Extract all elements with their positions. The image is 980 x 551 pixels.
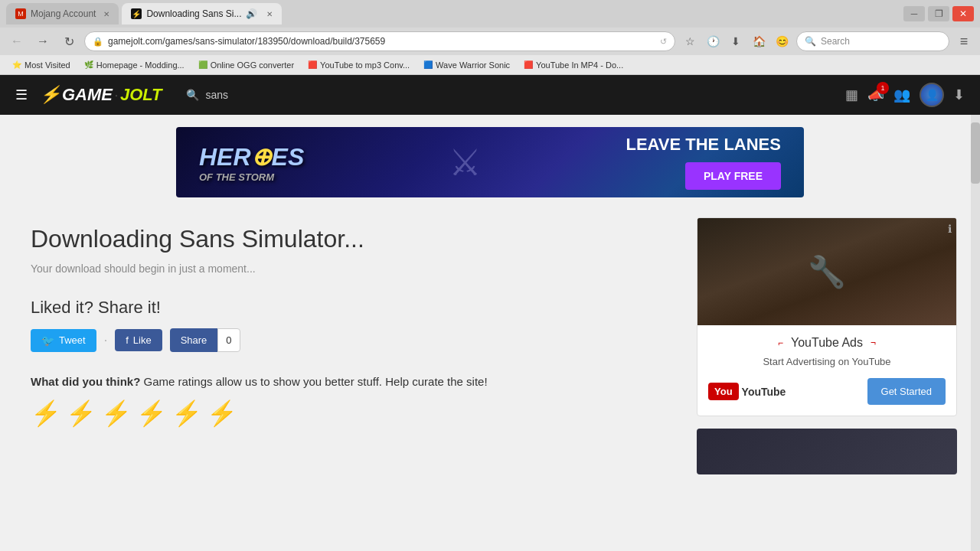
bookmark-label-2: Online OGG converter [211, 60, 294, 70]
bookmark-ogg[interactable]: 🟩 Online OGG converter [192, 59, 300, 71]
bookmark-icon-1: 🌿 [84, 60, 93, 69]
scrollbar-track[interactable] [971, 115, 980, 551]
star-3[interactable]: ⚡ [101, 399, 132, 428]
tab-gamejolt[interactable]: ⚡ Downloading Sans Si... 🔊 ✕ [122, 3, 282, 24]
back-button[interactable]: ← [6, 31, 28, 52]
bookmark-label-3: YouTube to mp3 Conv... [320, 60, 410, 70]
content-area: HER⊕ES OF THE STORM ⚔ LEAVE THE LANES PL… [0, 115, 980, 482]
bookmark-icon-3: 🟥 [308, 60, 317, 69]
download-subtitle: Your download should begin in just a mom… [31, 262, 674, 275]
get-started-button[interactable]: Get Started [867, 378, 946, 405]
star-2[interactable]: ⚡ [66, 399, 96, 428]
bookmark-icon-5: 🟥 [524, 60, 533, 69]
audio-icon: 🔊 [246, 8, 257, 19]
star-5[interactable]: ⚡ [172, 399, 202, 428]
ad-title: HER⊕ES OF THE STORM [199, 142, 304, 183]
hamburger-menu[interactable]: ☰ [15, 86, 28, 103]
tab-mojang-label: Mojang Account [31, 8, 96, 19]
main-content-area: Downloading Sans Simulator... Your downl… [0, 210, 980, 482]
restore-button[interactable]: ❐ [928, 6, 949, 21]
gj-search[interactable]: 🔍 sans [186, 89, 228, 101]
menu-button[interactable]: ≡ [954, 31, 974, 51]
bookmark-yt-mp3[interactable]: 🟥 YouTube to mp3 Conv... [302, 59, 416, 71]
url-text: gamejolt.com/games/sans-simulator/183950… [108, 36, 385, 47]
left-content: Downloading Sans Simulator... Your downl… [23, 210, 681, 482]
bookmark-icon-4: 🟦 [423, 60, 433, 69]
yt-logo-box: You [708, 383, 739, 400]
bookmark-homepage[interactable]: 🌿 Homepage - Modding... [78, 59, 191, 71]
browser-frame: M Mojang Account ✕ ⚡ Downloading Sans Si… [0, 0, 980, 75]
gj-nav: ☰ ⚡ GAME · JOLT 🔍 sans ▦ 📣 1 👥 👤 ⬇ [0, 75, 980, 115]
refresh-button[interactable]: ↻ [58, 31, 80, 52]
ad-left: HER⊕ES OF THE STORM [199, 142, 304, 183]
charts-icon[interactable]: ▦ [845, 86, 858, 103]
ad-characters: ⚔ [350, 129, 580, 196]
corner-tr: ¬ [871, 337, 876, 348]
yt-ads-title: ⌐ YouTube Ads ¬ [708, 336, 946, 350]
star-button[interactable]: ☆ [680, 31, 700, 51]
ad-image-placeholder: 🔧 [808, 254, 846, 290]
twitter-icon: 🐦 [41, 334, 54, 347]
download-status-button[interactable]: ⬇ [726, 31, 746, 51]
tab-mojang[interactable]: M Mojang Account ✕ [6, 3, 119, 24]
liked-title: Liked it? Share it! [31, 298, 674, 318]
gj-bolt-icon: ⚡ [40, 85, 60, 105]
ad-heroes-text: HER⊕ES [199, 142, 304, 171]
star-4[interactable]: ⚡ [136, 399, 167, 428]
youtube-ad: 🔧 ℹ ⌐ YouTube Ads ¬ Start Advertising on… [697, 217, 957, 416]
search-icon: 🔍 [805, 36, 816, 47]
url-bar[interactable]: 🔒 gamejolt.com/games/sans-simulator/1839… [84, 31, 675, 51]
notifications-icon[interactable]: 📣 1 [867, 86, 884, 103]
rating-label-rest: Game ratings allow us to show you better… [140, 375, 487, 388]
bookmark-icon-0: ⭐ [12, 60, 21, 69]
mojang-favicon: M [15, 8, 26, 19]
right-content: 🔧 ℹ ⌐ YouTube Ads ¬ Start Advertising on… [697, 210, 957, 482]
bookmark-label-0: Most Visited [24, 60, 70, 70]
gj-logo-game: GAME [62, 85, 113, 105]
scrollbar-thumb[interactable] [971, 122, 980, 184]
bookmark-icon-2: 🟩 [198, 60, 207, 69]
bookmarks-bar: ⭐ Most Visited 🌿 Homepage - Modding... 🟩… [0, 55, 980, 75]
forward-button[interactable]: → [32, 31, 54, 52]
gj-logo: ⚡ GAME · JOLT [40, 85, 162, 105]
tab-mojang-close[interactable]: ✕ [103, 10, 109, 18]
yt-ads-label: YouTube Ads [791, 336, 863, 350]
tab-gamejolt-close[interactable]: ✕ [266, 10, 273, 18]
search-placeholder: Search [821, 36, 850, 47]
reload-icon: ↺ [660, 37, 667, 47]
close-button[interactable]: ✕ [952, 6, 974, 21]
home-button[interactable]: 🏠 [749, 31, 769, 51]
rating-label-bold: What did you think? [31, 375, 140, 388]
ad-cta-button[interactable]: PLAY FREE [685, 162, 781, 190]
star-6[interactable]: ⚡ [207, 399, 237, 428]
bookmark-most-visited[interactable]: ⭐ Most Visited [6, 59, 77, 71]
gj-logo-jolt: JOLT [120, 85, 162, 105]
bookmark-yt-mp4[interactable]: 🟥 YouTube In MP4 - Do... [518, 59, 629, 71]
facebook-share-group: Share 0 [170, 328, 240, 352]
facebook-like-button[interactable]: f Like [115, 329, 162, 351]
tweet-button[interactable]: 🐦 Tweet [31, 329, 96, 352]
facebook-share-button[interactable]: Share [170, 328, 218, 352]
title-bar: M Mojang Account ✕ ⚡ Downloading Sans Si… [0, 0, 980, 28]
search-icon: 🔍 [186, 89, 199, 101]
ad-info-icon[interactable]: ℹ [948, 223, 952, 235]
corner-tl: ⌐ [778, 337, 783, 348]
ad-banner[interactable]: HER⊕ES OF THE STORM ⚔ LEAVE THE LANES PL… [176, 127, 804, 197]
search-box[interactable]: 🔍 Search [796, 31, 949, 51]
dot-separator: · [104, 334, 107, 347]
download-icon[interactable]: ⬇ [953, 86, 965, 103]
history-button[interactable]: 🕐 [703, 31, 723, 51]
emoji-button[interactable]: 😊 [772, 31, 792, 51]
ad-image: 🔧 ℹ [697, 218, 956, 325]
star-1[interactable]: ⚡ [31, 399, 61, 428]
community-icon[interactable]: 👥 [893, 86, 910, 103]
download-title: Downloading Sans Simulator... [31, 225, 674, 253]
bookmark-wave-warrior[interactable]: 🟦 Wave Warrior Sonic [417, 59, 516, 71]
user-avatar[interactable]: 👤 [920, 83, 944, 107]
bookmark-label-4: Wave Warrior Sonic [436, 60, 510, 70]
ad-right: LEAVE THE LANES PLAY FREE [626, 135, 781, 190]
nav-icons: ☆ 🕐 ⬇ 🏠 😊 [680, 31, 792, 51]
yt-ads-sub: Start Advertising on YouTube [708, 356, 946, 367]
minimize-button[interactable]: ─ [903, 6, 925, 21]
notification-badge: 1 [877, 82, 889, 94]
